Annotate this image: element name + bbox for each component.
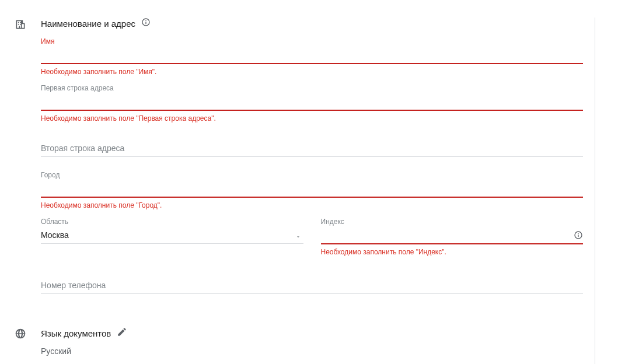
section-name-address: Наименование и адрес Имя Необходимо запо… — [15, 18, 583, 294]
globe-icon — [15, 327, 41, 356]
input-address2[interactable] — [41, 140, 583, 157]
label-index: Индекс — [321, 218, 584, 226]
input-index[interactable] — [321, 227, 584, 244]
label-region: Область — [41, 218, 303, 226]
error-name: Необходимо заполнить поле "Имя". — [41, 68, 583, 76]
section-doc-language: Язык документов Русский — [15, 327, 583, 356]
edit-icon[interactable] — [117, 327, 127, 340]
select-region[interactable] — [41, 227, 303, 244]
building-icon — [15, 18, 41, 294]
info-icon-index[interactable] — [574, 230, 583, 242]
error-city: Необходимо заполнить поле "Город". — [41, 201, 583, 209]
label-name: Имя — [41, 37, 583, 46]
error-index: Необходимо заполнить поле "Индекс". — [321, 248, 584, 256]
input-address1[interactable] — [41, 93, 583, 111]
label-city: Город — [41, 171, 583, 179]
label-address1: Первая строка адреса — [41, 84, 583, 92]
section-title-doc-language: Язык документов — [41, 328, 111, 338]
section-title-name-address: Наименование и адрес — [41, 19, 135, 29]
input-name[interactable] — [41, 47, 583, 64]
doc-language-value: Русский — [41, 346, 583, 356]
input-phone[interactable] — [41, 277, 583, 294]
info-icon[interactable] — [141, 18, 151, 29]
error-address1: Необходимо заполнить поле "Первая строка… — [41, 114, 583, 123]
input-city[interactable] — [41, 180, 583, 198]
